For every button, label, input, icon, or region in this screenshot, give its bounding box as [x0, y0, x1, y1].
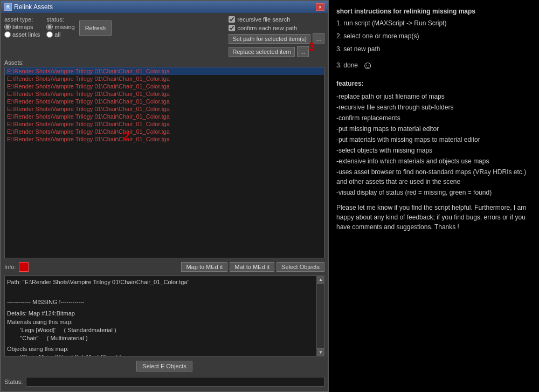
feature-item: -confirm replacements: [336, 113, 531, 123]
asset-type-label: asset type:: [4, 16, 40, 23]
details-scrollbar[interactable]: ▲ ▼: [316, 276, 324, 356]
step1: 1. run script (MAXScript -> Run Script): [336, 18, 531, 28]
bitmaps-radio-row[interactable]: bitmaps: [4, 24, 40, 30]
info-bar: Info: Map to MEd it Mat to MEd it Select…: [4, 260, 324, 273]
feature-item: -uses asset browser to find non-standard…: [336, 167, 531, 187]
number-2-indicator: 2: [123, 129, 129, 143]
mat-to-medit-button[interactable]: Mat to MEd it: [230, 262, 274, 272]
titlebar-icon-text: R: [6, 4, 10, 10]
details-path: Path: "E:\Render Shots\Vampire Trilogy 0…: [7, 278, 313, 286]
asset-type-group: asset type: bitmaps asset links: [4, 16, 40, 38]
replace-dots-button[interactable]: ...: [297, 46, 309, 57]
feedback-text: Please let me know if you find the scrip…: [336, 203, 531, 232]
top-controls: asset type: bitmaps asset links status: …: [4, 16, 324, 57]
features-title: features:: [336, 79, 531, 88]
step4: 3. done: [336, 60, 358, 70]
details-mat1: 'Legs [Wood]' ( Standardmaterial ): [7, 326, 313, 334]
dialog-window: R Relink Assets × asset type: bitmaps as…: [0, 0, 329, 392]
titlebar: R Relink Assets ×: [1, 1, 328, 13]
missing-label: missing: [54, 24, 74, 30]
asset-item[interactable]: E:\Render Shots\Vampire Trilogy 01\Chair…: [5, 113, 324, 120]
feature-list: features: -replace path or just filename…: [336, 79, 531, 197]
recursive-label: recursive file search: [237, 16, 290, 23]
set-path-button[interactable]: Set path for selected item(s): [229, 34, 310, 44]
smiley-icon: ☺: [362, 57, 373, 73]
scroll-up-button[interactable]: ▲: [317, 276, 324, 284]
bitmaps-radio[interactable]: [4, 24, 11, 30]
details-materials: Materials using this map:: [7, 318, 313, 326]
asset-item[interactable]: E:\Render Shots\Vampire Trilogy 01\Chair…: [5, 120, 324, 128]
missing-radio-row[interactable]: missing: [46, 24, 74, 30]
status-group: status: missing all: [46, 16, 74, 38]
feature-item: -put missing maps to material editor: [336, 124, 531, 134]
bitmaps-label: bitmaps: [12, 24, 33, 30]
all-radio-row[interactable]: all: [46, 31, 74, 38]
feature-item: -visual display of status (red = missing…: [336, 188, 531, 197]
asset-item[interactable]: E:\Render Shots\Vampire Trilogy 01\Chair…: [5, 105, 324, 113]
all-radio[interactable]: [46, 31, 53, 38]
feature-item: -select objects with missing maps: [336, 146, 531, 155]
details-area: Path: "E:\Render Shots\Vampire Trilogy 0…: [4, 276, 324, 356]
map-to-medit-button[interactable]: Map to MEd it: [181, 262, 227, 272]
confirm-checkbox[interactable]: [229, 25, 235, 31]
all-label: all: [54, 31, 60, 38]
details-objects: Objects using this map:: [7, 345, 313, 353]
asset-item[interactable]: E:\Render Shots\Vampire Trilogy 01\Chair…: [5, 82, 324, 90]
right-panel: short instructions for relinking missing…: [329, 0, 539, 392]
status-bar: Status:: [4, 376, 324, 388]
select-e-objects-button[interactable]: Select E Objects: [136, 361, 192, 372]
assets-list[interactable]: E:\Render Shots\Vampire Trilogy 01\Chair…: [4, 67, 324, 258]
select-objects-button[interactable]: Select Objects: [277, 262, 324, 272]
select-e-area: Select E Objects: [4, 359, 324, 374]
status-label-top: status:: [46, 16, 74, 23]
replace-button[interactable]: Replace selected item: [229, 47, 294, 57]
dialog-content: asset type: bitmaps asset links status: …: [1, 13, 328, 391]
details-mat2: "Chair" ( Multimaterial ): [7, 334, 313, 342]
info-label: Info:: [4, 264, 16, 270]
feature-item: -recursive file search through sub-folde…: [336, 102, 531, 112]
details-obj1: 'Chair_Main_01' ( PolyMeshObject ): [7, 353, 313, 356]
feature-item: -replace path or just filename of maps: [336, 92, 531, 101]
assets-section: Assets: E:\Render Shots\Vampire Trilogy …: [4, 59, 324, 258]
asset-links-label: asset links: [12, 31, 40, 38]
feature-item: -put materials with missing maps to mate…: [336, 135, 531, 145]
titlebar-left: R Relink Assets: [4, 3, 53, 11]
asset-item[interactable]: E:\Render Shots\Vampire Trilogy 01\Chair…: [5, 90, 324, 98]
recursive-checkbox[interactable]: [229, 16, 235, 23]
titlebar-icon: R: [4, 3, 12, 11]
titlebar-title: Relink Assets: [14, 3, 53, 11]
details-empty: [7, 290, 313, 298]
close-button[interactable]: ×: [316, 3, 324, 11]
confirm-label: confirm each new path: [237, 25, 297, 31]
refresh-button[interactable]: Refresh: [79, 20, 112, 36]
asset-links-radio[interactable]: [4, 31, 11, 38]
asset-item[interactable]: E:\Render Shots\Vampire Trilogy 01\Chair…: [5, 135, 324, 143]
info-status-indicator: [19, 262, 29, 272]
status-label: Status:: [4, 379, 23, 385]
assets-label: Assets:: [4, 59, 324, 66]
confirm-checkbox-row[interactable]: confirm each new path: [229, 25, 324, 31]
feature-item: -extensive info which materials and obje…: [336, 156, 531, 166]
details-missing: ------------ MISSING !------------: [7, 298, 313, 306]
asset-item[interactable]: E:\Render Shots\Vampire Trilogy 01\Chair…: [5, 67, 324, 75]
instructions-title: short instructions for relinking missing…: [336, 6, 531, 16]
missing-radio[interactable]: [46, 24, 53, 30]
recursive-checkbox-row[interactable]: recursive file search: [229, 16, 324, 23]
asset-item[interactable]: E:\Render Shots\Vampire Trilogy 01\Chair…: [5, 98, 324, 105]
asset-item[interactable]: E:\Render Shots\Vampire Trilogy 01\Chair…: [5, 75, 324, 82]
info-buttons: Map to MEd it Mat to MEd it Select Objec…: [181, 262, 324, 272]
scroll-down-button[interactable]: ▼: [317, 348, 324, 356]
step3: 3. set new path: [336, 44, 531, 54]
asset-links-radio-row[interactable]: asset links: [4, 31, 40, 38]
asset-item[interactable]: E:\Render Shots\Vampire Trilogy 01\Chair…: [5, 128, 324, 135]
status-input[interactable]: [26, 377, 324, 387]
step2: 2. select one or more map(s): [336, 31, 531, 41]
number-3-indicator: 3: [308, 40, 315, 54]
details-line: Details: Map #124:Bitmap: [7, 310, 313, 318]
features-container: -replace path or just filename of maps-r…: [336, 92, 531, 197]
